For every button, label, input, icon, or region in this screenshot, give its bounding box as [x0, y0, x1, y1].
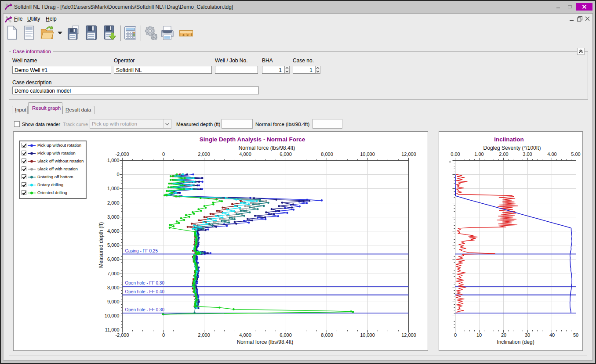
svg-text:10: 10	[476, 332, 482, 338]
svg-text:30: 30	[525, 332, 530, 338]
svg-text:1.00: 1.00	[474, 151, 483, 157]
svg-text:2.00: 2.00	[499, 151, 508, 157]
svg-text:2,000: 2,000	[107, 200, 120, 205]
svg-text:Single Depth Analysis - Normal: Single Depth Analysis - Normal Force	[200, 136, 305, 143]
svg-text:Casing - FF 0.25: Casing - FF 0.25	[125, 249, 158, 253]
svg-text:4.00: 4.00	[547, 151, 556, 157]
svg-text:8,000: 8,000	[321, 332, 333, 338]
svg-text:1,000: 1,000	[107, 186, 120, 191]
svg-text:6,000: 6,000	[280, 332, 292, 338]
svg-text:Dogleg Severity (°/100ft): Dogleg Severity (°/100ft)	[483, 145, 541, 151]
svg-text:20: 20	[501, 332, 506, 338]
svg-text:8,000: 8,000	[107, 285, 120, 290]
svg-text:12,000: 12,000	[401, 151, 416, 157]
svg-text:Measured depth (ft): Measured depth (ft)	[98, 222, 104, 268]
svg-text:10,000: 10,000	[360, 151, 375, 157]
svg-text:Open hole - FF 0.30: Open hole - FF 0.30	[125, 281, 165, 285]
svg-text:10,000: 10,000	[360, 332, 375, 338]
svg-text:5,000: 5,000	[107, 242, 120, 248]
svg-text:4,000: 4,000	[239, 151, 251, 157]
svg-text:6,000: 6,000	[280, 151, 292, 157]
svg-text:4,000: 4,000	[239, 332, 251, 338]
svg-text:10,000: 10,000	[105, 313, 120, 318]
svg-text:0: 0	[454, 332, 457, 338]
svg-text:12,000: 12,000	[401, 332, 416, 338]
svg-text:0: 0	[116, 172, 119, 177]
svg-text:-1,000: -1,000	[105, 158, 119, 163]
svg-text:2,000: 2,000	[198, 332, 210, 338]
svg-text:Open hole - FF 0.40: Open hole - FF 0.40	[125, 289, 165, 294]
svg-text:40: 40	[549, 332, 555, 338]
svg-text:Inclination: Inclination	[494, 136, 524, 143]
svg-text:3.00: 3.00	[523, 151, 532, 157]
svg-text:7,000: 7,000	[107, 271, 120, 276]
svg-text:0: 0	[162, 151, 165, 157]
svg-text:0.00: 0.00	[451, 151, 460, 157]
svg-text:6,000: 6,000	[107, 256, 120, 262]
svg-text:4,000: 4,000	[107, 228, 120, 234]
svg-text:-2,000: -2,000	[115, 332, 129, 338]
svg-text:50: 50	[573, 332, 578, 338]
svg-text:8,000: 8,000	[321, 151, 333, 157]
svg-text:0: 0	[162, 332, 165, 338]
svg-text:2,000: 2,000	[198, 151, 210, 157]
svg-text:5.00: 5.00	[571, 151, 580, 157]
svg-text:Inclination (deg): Inclination (deg)	[497, 339, 534, 345]
svg-text:11,000: 11,000	[105, 327, 120, 332]
svg-text:9,000: 9,000	[107, 299, 120, 304]
svg-text:Normal force (lbs/98.4ft): Normal force (lbs/98.4ft)	[239, 145, 295, 151]
svg-text:Normal force (lbs/98.4ft): Normal force (lbs/98.4ft)	[237, 339, 294, 345]
svg-text:Open hole - FF 0.30: Open hole - FF 0.30	[125, 307, 165, 312]
svg-text:3,000: 3,000	[107, 214, 120, 220]
svg-text:-2,000: -2,000	[115, 151, 129, 157]
